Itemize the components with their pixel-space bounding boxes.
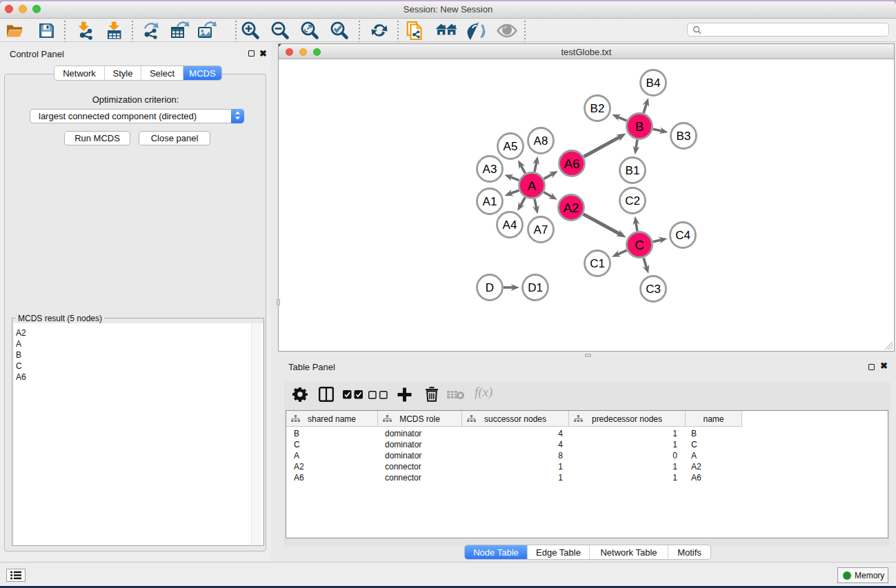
- svg-text:A2: A2: [563, 201, 579, 215]
- svg-text:B1: B1: [626, 164, 640, 177]
- svg-text:A5: A5: [504, 140, 518, 153]
- svg-text:A8: A8: [534, 134, 548, 148]
- svg-text:C3: C3: [646, 283, 661, 296]
- svg-text:C1: C1: [590, 257, 605, 270]
- svg-text:C: C: [635, 238, 644, 252]
- svg-text:B2: B2: [590, 102, 605, 115]
- svg-text:A3: A3: [483, 163, 497, 176]
- svg-text:D1: D1: [528, 281, 543, 294]
- svg-text:B4: B4: [646, 77, 661, 90]
- svg-text:A1: A1: [483, 195, 497, 208]
- svg-text:D: D: [486, 281, 494, 294]
- svg-text:A6: A6: [564, 156, 579, 171]
- svg-text:B3: B3: [677, 130, 691, 143]
- svg-text:A: A: [528, 179, 537, 193]
- svg-text:C4: C4: [675, 229, 690, 242]
- svg-text:C2: C2: [625, 194, 640, 207]
- svg-text:A4: A4: [503, 219, 517, 232]
- svg-text:A7: A7: [534, 223, 548, 236]
- svg-text:B: B: [635, 119, 644, 134]
